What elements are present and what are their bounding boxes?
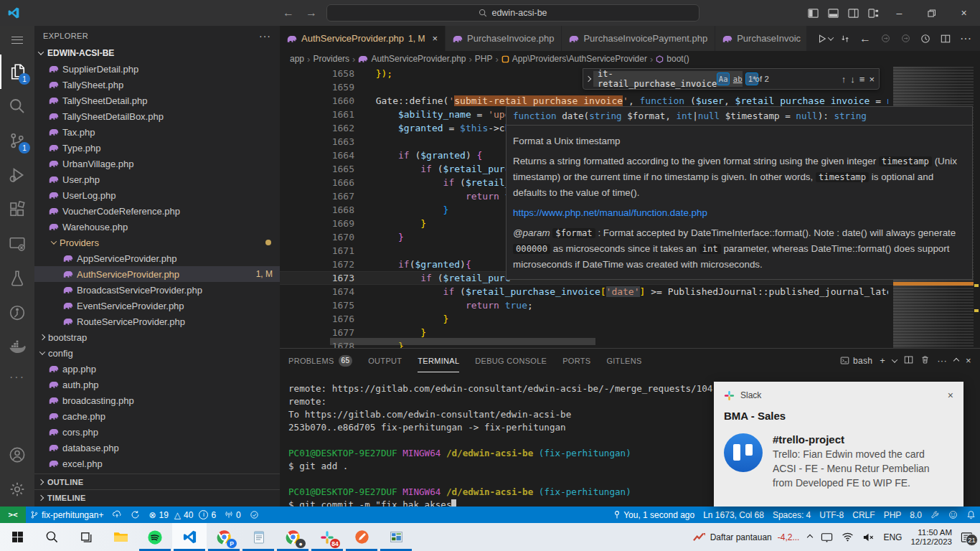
file-row[interactable]: auth.php xyxy=(34,377,280,392)
whole-word-toggle[interactable]: ab xyxy=(731,72,744,85)
tab-PurchaseInvoicePayment.php[interactable]: PurchaseInvoicePayment.php xyxy=(562,26,715,51)
sidebar-item-search[interactable] xyxy=(0,89,34,123)
close-notification-icon[interactable]: × xyxy=(948,390,953,401)
file-row[interactable]: AuthServiceProvider.php1, M xyxy=(34,266,280,282)
file-row[interactable]: UserLog.php xyxy=(34,187,280,203)
file-row[interactable]: VoucherCodeReference.php xyxy=(34,203,280,219)
file-row[interactable]: RouteServiceProvider.php xyxy=(34,314,280,329)
explorer-actions-icon[interactable]: ··· xyxy=(259,30,271,42)
git-blame[interactable]: You, 1 second ago xyxy=(609,510,699,520)
sidebar-item-docker[interactable] xyxy=(0,330,34,364)
indentation[interactable]: Spaces: 4 xyxy=(768,510,815,520)
slack-taskbar-icon[interactable]: 84 xyxy=(310,523,344,551)
extra-status-icon[interactable] xyxy=(245,510,263,519)
file-row[interactable]: cache.php xyxy=(34,408,280,424)
folder-row[interactable]: config xyxy=(34,345,280,361)
tab-PurchaseInvoic[interactable]: PurchaseInvoic xyxy=(715,26,807,51)
eol-sequence[interactable]: CRLF xyxy=(848,510,879,520)
tab-PurchaseInvoice.php[interactable]: PurchaseInvoice.php xyxy=(446,26,562,51)
timeline-section[interactable]: TIMELINE xyxy=(34,489,280,505)
ports-indicator[interactable]: 0 xyxy=(220,510,245,520)
feedback-smiley-icon[interactable] xyxy=(944,510,962,519)
action-center-icon[interactable]: 21 xyxy=(961,532,973,543)
more-views-icon[interactable]: ··· xyxy=(0,364,34,390)
new-terminal-icon[interactable]: + xyxy=(880,355,885,366)
file-row[interactable]: EventServiceProvider.php xyxy=(34,298,280,314)
file-row[interactable]: Type.php xyxy=(34,140,280,156)
file-row[interactable]: AppServiceProvider.php xyxy=(34,250,280,266)
office-app-icon[interactable] xyxy=(379,523,413,551)
maximize-panel-icon[interactable] xyxy=(953,357,959,363)
close-button[interactable]: × xyxy=(948,0,980,26)
folder-row[interactable]: Providers xyxy=(34,235,280,250)
explorer-root-folder[interactable]: EDWIN-ACSI-BE xyxy=(34,45,280,61)
notifications-bell-icon[interactable] xyxy=(962,510,980,519)
notepad-icon[interactable] xyxy=(241,523,275,551)
file-explorer-icon[interactable] xyxy=(103,523,138,551)
toggle-replace-icon[interactable] xyxy=(583,69,593,89)
file-row[interactable]: User.php xyxy=(34,171,280,187)
breadcrumb-item[interactable]: boot() xyxy=(656,54,689,64)
toggle-panel-icon[interactable] xyxy=(823,3,843,23)
run-button[interactable] xyxy=(816,30,834,47)
file-row[interactable]: TallySheetDetail.php xyxy=(34,93,280,108)
account-icon[interactable] xyxy=(0,438,34,472)
find-previous-icon[interactable]: ↑ xyxy=(842,74,847,85)
file-row[interactable]: filesystems.php xyxy=(34,471,280,474)
language-mode[interactable]: PHP xyxy=(880,510,906,520)
problems-summary[interactable]: ⊗19 △40 i6 xyxy=(144,510,220,520)
cast-icon[interactable] xyxy=(821,532,833,542)
chrome-profile-icon[interactable]: P xyxy=(207,523,241,551)
wifi-icon[interactable] xyxy=(842,532,854,542)
sidebar-item-run-debug[interactable] xyxy=(0,158,34,192)
terminal-dropdown-icon[interactable] xyxy=(892,357,897,362)
close-panel-icon[interactable]: × xyxy=(966,355,971,366)
horizontal-scrollbar[interactable] xyxy=(330,338,595,345)
sidebar-item-remote-explorer[interactable] xyxy=(0,227,34,261)
sidebar-item-explorer[interactable]: 1 xyxy=(0,55,34,89)
maximize-button[interactable] xyxy=(915,0,948,26)
remote-indicator[interactable]: >< xyxy=(0,507,26,523)
menu-icon[interactable] xyxy=(0,26,34,55)
file-row[interactable]: excel.php xyxy=(34,456,280,471)
split-terminal-icon[interactable] xyxy=(904,355,913,367)
file-row[interactable]: cors.php xyxy=(34,424,280,440)
find-next-icon[interactable]: ↓ xyxy=(850,74,855,85)
folder-row[interactable]: bootstrap xyxy=(34,329,280,345)
git-branch[interactable]: fix-perhitungan+ xyxy=(26,510,108,520)
go-back-icon[interactable]: ← xyxy=(857,30,874,47)
start-button[interactable] xyxy=(0,523,34,551)
taskbar-search-icon[interactable] xyxy=(34,523,69,551)
more-actions-icon[interactable]: ··· xyxy=(957,30,974,47)
sidebar-item-references[interactable] xyxy=(0,296,34,330)
spotify-icon[interactable] xyxy=(138,523,172,551)
sidebar-item-extensions[interactable] xyxy=(0,192,34,227)
breadcrumb-item[interactable]: App\Providers\AuthServiceProvider xyxy=(501,54,647,64)
stocks-widget[interactable]: Daftar pantauan -4,2... xyxy=(692,532,800,542)
breadcrumb-item[interactable]: AuthServiceProvider.php xyxy=(358,54,466,64)
sidebar-item-testing[interactable] xyxy=(0,261,34,296)
command-center[interactable]: edwin-acsi-be xyxy=(326,4,699,22)
customize-layout-icon[interactable] xyxy=(863,3,883,23)
pen-app-icon[interactable] xyxy=(344,523,379,551)
file-row[interactable]: TallySheetDetailBox.php xyxy=(34,108,280,124)
file-row[interactable]: BroadcastServiceProvider.php xyxy=(34,282,280,298)
toggle-sidebar-icon[interactable] xyxy=(803,3,823,23)
kill-terminal-icon[interactable] xyxy=(920,355,930,367)
terminal-profile[interactable]: bash xyxy=(840,356,872,366)
publish-icon[interactable] xyxy=(108,510,126,519)
file-row[interactable]: Tax.php xyxy=(34,124,280,140)
clock[interactable]: 11:50 AM 12/12/2023 xyxy=(910,528,952,547)
php-manual-link[interactable]: https://www.php.net/manual/function.date… xyxy=(513,205,707,220)
timeline-icon[interactable] xyxy=(917,30,934,47)
toggle-secondary-sidebar-icon[interactable] xyxy=(843,3,863,23)
file-row[interactable]: database.php xyxy=(34,440,280,456)
php-version[interactable]: 8.0 xyxy=(905,510,926,520)
volume-muted-icon[interactable] xyxy=(862,532,875,542)
cursor-position[interactable]: Ln 1673, Col 68 xyxy=(699,510,768,520)
settings-gear-icon[interactable] xyxy=(0,472,34,507)
sidebar-item-source-control[interactable]: 1 xyxy=(0,123,34,158)
panel-tab-output[interactable]: OUTPUT xyxy=(368,349,402,372)
input-language[interactable]: ENG xyxy=(883,532,902,542)
vscode-taskbar-icon[interactable] xyxy=(172,523,207,551)
